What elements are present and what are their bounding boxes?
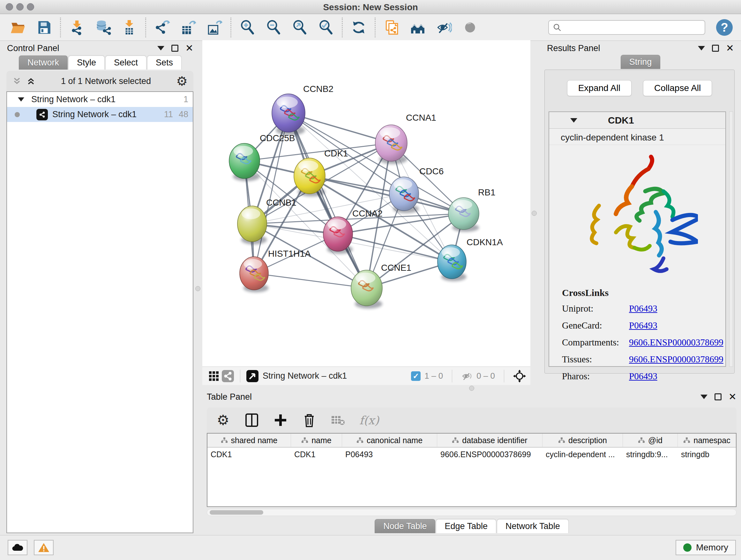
network-view[interactable]: CCNB2CCNA1CDC25BCDK1CDC6RB1CCNB1CCNA2CDK… [202, 40, 530, 367]
compartments-link[interactable]: 9606.ENSP00000378699 [629, 337, 724, 348]
column-type-icon [558, 437, 565, 443]
network-node[interactable]: HIST1H1A [240, 249, 311, 293]
crosslinks-title: CrossLinks [562, 287, 725, 298]
hidden-items-icon [461, 371, 473, 381]
genecard-link[interactable]: P06493 [629, 320, 657, 331]
network-node[interactable]: CCNA1 [375, 113, 436, 164]
network-collection-row[interactable]: String Network – cdk1 1 [7, 92, 193, 107]
collapse-all-button[interactable]: Collapse All [643, 80, 712, 96]
zoom-out-icon[interactable] [265, 19, 282, 36]
status-bar: Memory [0, 535, 741, 560]
string-results-container: Expand All Collapse All CDK1 cyclin-depe… [544, 70, 735, 374]
control-panel-menu-icon[interactable] [157, 46, 164, 51]
gene-name: CDK1 [608, 115, 634, 126]
network-node[interactable]: CCNB2 [272, 84, 333, 135]
import-network-database-icon[interactable] [95, 19, 111, 36]
add-column-icon[interactable] [273, 413, 288, 428]
network-node[interactable]: CCNE1 [351, 263, 411, 309]
tab-network[interactable]: Network [19, 56, 68, 70]
zoom-in-icon[interactable] [239, 19, 256, 36]
show-all-icon[interactable] [462, 19, 478, 36]
refresh-layout-icon[interactable] [350, 19, 367, 36]
results-panel-close-icon[interactable]: ✕ [726, 44, 734, 53]
help-button[interactable]: ? [716, 19, 733, 36]
table-panel-float-icon[interactable] [715, 393, 722, 400]
zoom-fit-icon[interactable] [291, 19, 308, 36]
table-panel-close-icon[interactable]: ✕ [729, 392, 737, 401]
selected-nodes-checkbox[interactable]: ✓ [411, 371, 421, 381]
delete-table-icon[interactable] [331, 413, 345, 428]
network-view-mode-icon[interactable] [221, 369, 235, 383]
pharos-link[interactable]: P06493 [629, 371, 657, 381]
tab-network-table[interactable]: Network Table [497, 519, 569, 533]
control-panel: Control Panel ✕ Network Style Select Set… [3, 42, 198, 535]
cytoscape-window: { "window": { "title": "Session: New Ses… [0, 0, 741, 560]
table-panel-menu-icon[interactable] [700, 395, 708, 399]
table-options-gear-icon[interactable]: ⚙ [216, 413, 230, 428]
expand-all-button[interactable]: Expand All [567, 80, 631, 96]
gene-collapse-icon[interactable] [570, 118, 577, 123]
memory-button[interactable]: Memory [676, 540, 736, 555]
network-edge[interactable] [288, 113, 367, 288]
clone-network-icon[interactable] [383, 19, 400, 36]
network-options-gear-icon[interactable]: ⚙ [176, 75, 188, 87]
network-node-count: 11 [164, 110, 173, 119]
results-panel-float-icon[interactable] [712, 45, 719, 52]
search-input[interactable] [564, 21, 701, 34]
export-table-icon[interactable] [180, 19, 197, 36]
results-scrollbar[interactable] [729, 111, 733, 367]
results-panel-menu-icon[interactable] [698, 46, 705, 51]
network-node[interactable]: CDKN1A [437, 237, 503, 281]
tab-node-table[interactable]: Node Table [375, 519, 435, 533]
collection-expand-icon[interactable] [18, 98, 24, 102]
import-table-icon[interactable] [121, 19, 138, 36]
column-header: namespac [693, 436, 730, 445]
tab-edge-table[interactable]: Edge Table [436, 519, 496, 533]
search-field[interactable] [548, 20, 705, 35]
network-node[interactable]: RB1 [448, 187, 495, 232]
node-table[interactable]: shared name name canonical name database… [207, 433, 737, 507]
hide-selected-icon[interactable] [435, 19, 452, 36]
uniprot-link[interactable]: P06493 [629, 303, 657, 314]
gene-details-panel: CDK1 cyclin-dependent kinase 1 [549, 111, 726, 367]
table-row[interactable]: CDK1 CDK1 P06493 9606.ENSP00000378699 cy… [207, 448, 736, 462]
show-columns-icon[interactable] [245, 413, 259, 428]
export-image-icon[interactable] [206, 19, 223, 36]
column-type-icon [221, 437, 228, 443]
crosslinks-section: CrossLinks Uniprot:P06493 GeneCard:P0649… [549, 286, 725, 381]
zoom-selected-icon[interactable] [318, 19, 334, 36]
save-session-icon[interactable] [36, 19, 52, 36]
table-horizontal-scrollbar[interactable] [207, 509, 737, 516]
titlebar: Session: New Session [0, 0, 741, 14]
tab-select[interactable]: Select [105, 56, 146, 70]
left-splitter-handle[interactable] [195, 286, 200, 291]
delete-column-icon[interactable] [302, 413, 317, 428]
expand-all-icon[interactable] [26, 76, 36, 86]
warnings-button[interactable] [34, 540, 54, 555]
export-network-icon[interactable] [154, 19, 171, 36]
first-neighbors-icon[interactable] [409, 19, 426, 36]
pan-crosshair-icon[interactable] [513, 370, 526, 382]
tab-style[interactable]: Style [68, 56, 105, 70]
open-session-icon[interactable] [10, 19, 26, 36]
network-graph[interactable]: CCNB2CCNA1CDC25BCDK1CDC6RB1CCNB1CCNA2CDK… [202, 40, 530, 367]
column-header: @id [648, 436, 663, 445]
grid-view-icon[interactable] [207, 369, 221, 383]
import-network-file-icon[interactable] [69, 19, 85, 36]
birds-eye-view-icon[interactable] [246, 369, 259, 383]
crosslink-label: Uniprot: [562, 303, 629, 314]
control-panel-float-icon[interactable] [172, 45, 179, 52]
tab-string[interactable]: String [621, 55, 661, 69]
crosslink-label: Tissues: [562, 354, 629, 365]
cloud-status-button[interactable] [8, 540, 27, 555]
gene-section-header[interactable]: CDK1 [549, 112, 725, 129]
network-edge[interactable] [254, 273, 367, 288]
tissues-link[interactable]: 9606.ENSP00000378699 [629, 354, 724, 365]
right-splitter-handle[interactable] [532, 211, 537, 216]
tab-sets[interactable]: Sets [147, 56, 182, 70]
control-panel-close-icon[interactable]: ✕ [185, 44, 193, 53]
network-row[interactable]: String Network – cdk1 11 48 [7, 107, 193, 122]
collapse-all-icon[interactable] [12, 76, 22, 86]
function-builder-icon[interactable]: f(x) [359, 414, 379, 427]
network-node[interactable]: CDC25B [229, 133, 295, 181]
